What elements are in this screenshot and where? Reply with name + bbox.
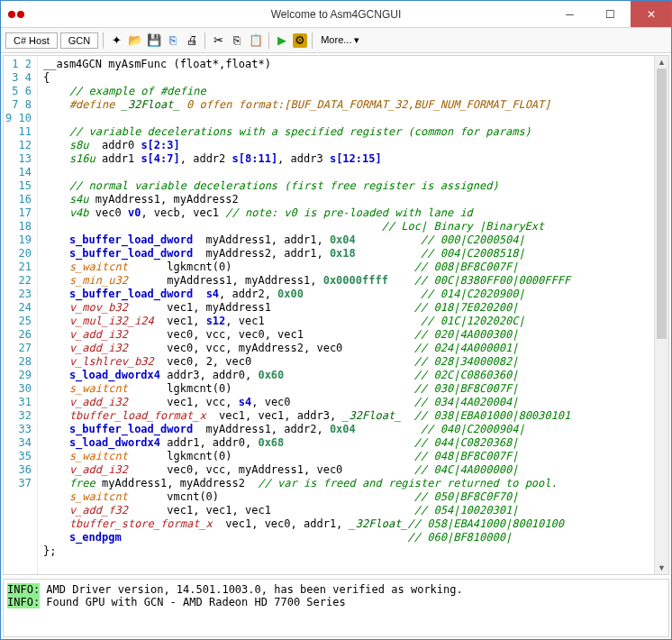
titlebar: Welcome to Asm4GCNGUI ─ ☐ ✕ [1,1,671,28]
app-icon-dot [8,11,15,18]
scroll-down-icon[interactable]: ▼ [655,562,668,574]
output-line: AMD Driver version, 14.501.1003.0, has b… [40,583,463,596]
window-title: Welcome to Asm4GCNGUI [271,8,401,21]
close-button[interactable]: ✕ [631,1,671,27]
scroll-thumb[interactable] [657,69,667,339]
save-all-icon[interactable]: ⎘ [165,32,181,49]
cut-icon[interactable]: ✂ [210,32,226,49]
save-icon[interactable]: 💾 [146,32,162,49]
more-dropdown[interactable]: More... ▾ [317,32,363,48]
minimize-button[interactable]: ─ [549,1,590,27]
print-icon[interactable]: 🖨 [184,32,200,49]
toolbar: C# Host GCN ✦ 📂 💾 ⎘ 🖨 ✂ ⎘ 📋 ▶ ⚙ More... … [1,28,671,53]
maximize-button[interactable]: ☐ [590,1,631,27]
code-editor[interactable]: 1 2 3 4 5 6 7 8 9 10 11 12 13 14 15 16 1… [3,55,669,575]
copy-icon[interactable]: ⎘ [229,32,245,49]
run-icon[interactable]: ▶ [274,32,290,49]
line-gutter: 1 2 3 4 5 6 7 8 9 10 11 12 13 14 15 16 1… [4,56,38,574]
paste-icon[interactable]: 📋 [248,32,264,49]
info-tag: INFO: [7,583,40,596]
vertical-scrollbar[interactable]: ▲ ▼ [654,56,668,574]
new-icon[interactable]: ✦ [108,32,124,49]
tab-csharp-host[interactable]: C# Host [5,32,58,49]
code-area[interactable]: __asm4GCN myAsmFunc (float*,float*) { //… [38,56,654,574]
build-icon[interactable]: ⚙ [293,33,307,48]
output-panel[interactable]: INFO: AMD Driver version, 14.501.1003.0,… [3,579,669,637]
open-icon[interactable]: 📂 [127,32,143,49]
info-tag: INFO: [7,596,40,608]
tab-gcn[interactable]: GCN [60,32,98,49]
scroll-up-icon[interactable]: ▲ [655,56,668,69]
app-icon-dot [17,11,24,18]
output-line: Found GPU with GCN - AMD Radeon HD 7700 … [40,596,346,608]
